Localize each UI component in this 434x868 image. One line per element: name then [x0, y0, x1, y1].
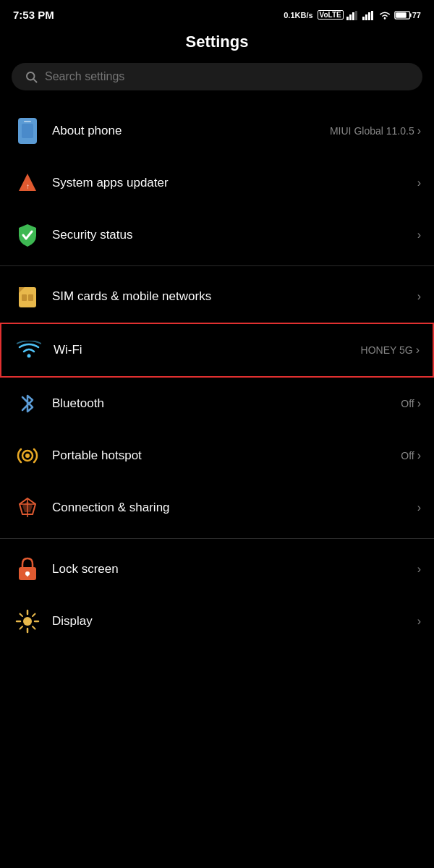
settings-item-display[interactable]: Display ›	[0, 595, 434, 647]
display-label: Display	[52, 614, 93, 629]
svg-point-35	[23, 617, 32, 626]
display-icon	[13, 607, 42, 636]
bluetooth-chevron: ›	[417, 397, 421, 410]
bluetooth-value: Off	[401, 398, 414, 409]
svg-rect-0	[346, 17, 349, 20]
about-phone-icon	[13, 116, 42, 145]
lock-screen-label: Lock screen	[52, 562, 119, 576]
settings-item-about-phone[interactable]: About phone MIUI Global 11.0.5 ›	[0, 105, 434, 157]
svg-rect-2	[352, 12, 354, 20]
sim-cards-chevron: ›	[417, 290, 421, 303]
svg-point-24	[27, 354, 31, 358]
lock-screen-chevron: ›	[417, 563, 421, 576]
wifi-status-icon	[378, 10, 391, 20]
sim-cards-icon	[13, 282, 42, 311]
wifi-value: HONEY 5G	[361, 344, 413, 356]
bluetooth-icon	[13, 389, 42, 418]
svg-line-13	[33, 79, 36, 82]
connection-sharing-label: Connection & sharing	[52, 501, 170, 515]
settings-item-connection-sharing[interactable]: Connection & sharing ›	[0, 482, 434, 534]
display-chevron: ›	[417, 615, 421, 628]
settings-item-system-apps-updater[interactable]: ↑ System apps updater ›	[0, 157, 434, 209]
svg-line-42	[33, 614, 35, 617]
bluetooth-label: Bluetooth	[52, 396, 104, 411]
signal-icon	[346, 10, 359, 20]
portable-hotspot-label: Portable hotspot	[52, 448, 142, 463]
settings-item-bluetooth[interactable]: Bluetooth Off ›	[0, 378, 434, 430]
wifi-chevron: ›	[416, 344, 420, 357]
battery-icon: 77	[394, 10, 421, 20]
svg-rect-11	[396, 12, 407, 18]
settings-item-portable-hotspot[interactable]: Portable hotspot Off ›	[0, 430, 434, 482]
svg-rect-34	[27, 574, 28, 576]
volte-icon: VoLTE	[318, 10, 344, 20]
portable-hotspot-icon	[13, 441, 42, 470]
about-phone-label: About phone	[52, 124, 122, 138]
search-icon	[25, 70, 38, 83]
settings-item-security-status[interactable]: Security status ›	[0, 209, 434, 261]
svg-rect-5	[365, 14, 367, 20]
status-bar: 7:53 PM 0.1KB/s VoLTE	[0, 0, 434, 25]
security-status-chevron: ›	[417, 229, 421, 242]
settings-list: About phone MIUI Global 11.0.5 › ↑ Syste…	[0, 105, 434, 647]
portable-hotspot-value: Off	[401, 450, 414, 461]
svg-rect-7	[371, 11, 373, 20]
network-speed: 0.1KB/s	[284, 11, 312, 20]
svg-text:↑: ↑	[26, 182, 30, 190]
system-apps-updater-chevron: ›	[417, 176, 421, 190]
system-apps-updater-label: System apps updater	[52, 176, 169, 190]
about-phone-value: MIUI Global 11.0.5	[330, 125, 414, 137]
svg-rect-4	[362, 17, 365, 20]
security-status-label: Security status	[52, 228, 133, 242]
divider-2	[0, 538, 434, 539]
svg-point-8	[383, 17, 386, 20]
sim-cards-label: SIM cards & mobile networks	[52, 289, 211, 304]
svg-line-43	[20, 626, 23, 629]
svg-rect-15	[22, 124, 33, 138]
search-bar[interactable]	[12, 63, 422, 90]
status-icons: 0.1KB/s VoLTE	[284, 10, 421, 20]
lock-screen-icon	[13, 555, 42, 584]
svg-rect-22	[22, 294, 27, 301]
connection-sharing-chevron: ›	[417, 501, 421, 514]
status-time: 7:53 PM	[13, 9, 54, 21]
svg-point-26	[25, 454, 30, 458]
search-input[interactable]	[45, 70, 409, 83]
svg-rect-6	[368, 12, 370, 20]
divider-1	[0, 265, 434, 266]
wifi-label: Wi-Fi	[54, 343, 82, 357]
settings-item-lock-screen[interactable]: Lock screen ›	[0, 543, 434, 595]
settings-item-wifi[interactable]: Wi-Fi HONEY 5G ›	[0, 323, 434, 378]
svg-line-41	[33, 626, 35, 629]
security-status-icon	[13, 221, 42, 250]
signal2-icon	[362, 10, 375, 20]
svg-rect-16	[24, 121, 31, 122]
portable-hotspot-chevron: ›	[417, 449, 421, 462]
about-phone-chevron: ›	[417, 124, 421, 137]
svg-rect-3	[355, 11, 357, 20]
system-apps-updater-icon: ↑	[13, 169, 42, 197]
page-title: Settings	[0, 25, 434, 63]
svg-line-40	[20, 614, 23, 617]
svg-rect-23	[28, 294, 33, 301]
svg-rect-1	[349, 14, 352, 20]
settings-item-sim-cards[interactable]: SIM cards & mobile networks ›	[0, 271, 434, 323]
svg-rect-10	[409, 13, 411, 17]
connection-sharing-icon	[13, 493, 42, 522]
wifi-icon	[14, 336, 43, 365]
